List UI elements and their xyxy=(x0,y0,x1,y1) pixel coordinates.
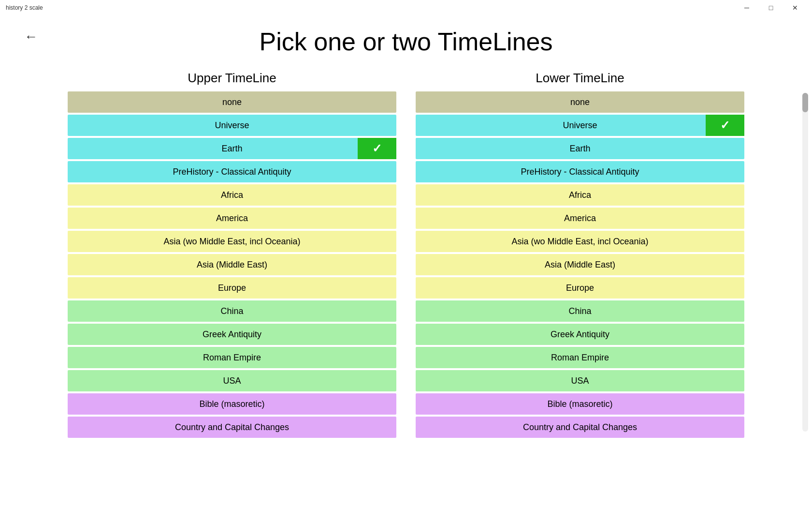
list-item-label: Greek Antiquity xyxy=(203,329,261,340)
lower-timeline-list: noneUniverse✓EarthPreHistory - Classical… xyxy=(416,91,744,438)
main-content: ← Pick one or two TimeLines Upper TimeLi… xyxy=(0,15,812,448)
list-item-label: America xyxy=(564,213,596,224)
list-item[interactable]: Europe xyxy=(68,277,396,299)
list-item[interactable]: Africa xyxy=(68,184,396,206)
list-item[interactable]: Universe xyxy=(68,115,396,136)
list-item[interactable]: America xyxy=(68,208,396,229)
list-item-label: Europe xyxy=(566,283,594,293)
list-item-label: PreHistory - Classical Antiquity xyxy=(173,167,291,177)
list-item[interactable]: none xyxy=(68,91,396,113)
list-item[interactable]: Bible (masoretic) xyxy=(68,393,396,415)
list-item-label: Africa xyxy=(569,190,591,200)
title-bar: history 2 scale ─ □ ✕ xyxy=(0,0,812,15)
list-item-label: Roman Empire xyxy=(551,353,609,363)
list-item[interactable]: Bible (masoretic) xyxy=(416,393,744,415)
list-item-label: Roman Empire xyxy=(203,353,261,363)
list-item-label: Greek Antiquity xyxy=(551,329,609,340)
list-item-label: Europe xyxy=(218,283,246,293)
list-item[interactable]: USA xyxy=(416,370,744,391)
list-item[interactable]: Europe xyxy=(416,277,744,299)
upper-timeline-header: Upper TimeLine xyxy=(68,71,396,86)
list-item-label: Country and Capital Changes xyxy=(175,422,289,433)
list-item[interactable]: Roman Empire xyxy=(416,347,744,368)
list-item[interactable]: none xyxy=(416,91,744,113)
list-item-label: none xyxy=(570,97,590,107)
list-item[interactable]: China xyxy=(416,300,744,322)
close-button[interactable]: ✕ xyxy=(784,0,806,15)
list-item-label: Bible (masoretic) xyxy=(199,399,264,409)
list-item-label: Asia (wo Middle East, incl Oceania) xyxy=(511,237,648,247)
list-item-label: Universe xyxy=(215,120,249,131)
list-item[interactable]: Roman Empire xyxy=(68,347,396,368)
list-item[interactable]: PreHistory - Classical Antiquity xyxy=(68,161,396,182)
list-item-label: China xyxy=(568,306,591,316)
list-item-label: America xyxy=(216,213,248,224)
list-item[interactable]: Universe✓ xyxy=(416,115,744,136)
list-item[interactable]: Earth✓ xyxy=(68,138,396,159)
list-item-label: Africa xyxy=(221,190,243,200)
list-item-label: Earth xyxy=(569,144,590,154)
page-title: Pick one or two TimeLines xyxy=(19,15,793,71)
list-item-label: USA xyxy=(223,376,241,386)
columns-container: Upper TimeLine noneUniverseEarth✓PreHist… xyxy=(19,71,793,438)
app-title: history 2 scale xyxy=(6,4,43,11)
lower-timeline-header: Lower TimeLine xyxy=(416,71,744,86)
upper-timeline-column: Upper TimeLine noneUniverseEarth✓PreHist… xyxy=(68,71,396,438)
list-item[interactable]: Asia (wo Middle East, incl Oceania) xyxy=(68,231,396,252)
list-item-label: Country and Capital Changes xyxy=(523,422,637,433)
back-button[interactable]: ← xyxy=(19,25,43,48)
list-item[interactable]: Earth xyxy=(416,138,744,159)
list-item[interactable]: USA xyxy=(68,370,396,391)
list-item-label: China xyxy=(220,306,243,316)
list-item[interactable]: Asia (Middle East) xyxy=(68,254,396,275)
list-item[interactable]: Country and Capital Changes xyxy=(416,417,744,438)
scrollbar-track[interactable] xyxy=(802,93,808,432)
list-item-label: Asia (Middle East) xyxy=(197,260,267,270)
list-item-label: PreHistory - Classical Antiquity xyxy=(521,167,639,177)
list-item-label: Asia (wo Middle East, incl Oceania) xyxy=(163,237,300,247)
list-item[interactable]: Asia (Middle East) xyxy=(416,254,744,275)
list-item[interactable]: Asia (wo Middle East, incl Oceania) xyxy=(416,231,744,252)
list-item-label: Universe xyxy=(563,120,597,131)
scrollbar-thumb[interactable] xyxy=(802,93,808,112)
list-item-label: Earth xyxy=(221,144,242,154)
minimize-button[interactable]: ─ xyxy=(736,0,758,15)
list-item[interactable]: Africa xyxy=(416,184,744,206)
upper-timeline-list: noneUniverseEarth✓PreHistory - Classical… xyxy=(68,91,396,438)
list-item[interactable]: America xyxy=(416,208,744,229)
check-badge: ✓ xyxy=(358,138,396,159)
lower-timeline-column: Lower TimeLine noneUniverse✓EarthPreHist… xyxy=(416,71,744,438)
list-item-label: USA xyxy=(571,376,589,386)
list-item[interactable]: Country and Capital Changes xyxy=(68,417,396,438)
list-item-label: none xyxy=(222,97,242,107)
check-badge: ✓ xyxy=(706,115,744,136)
list-item-label: Asia (Middle East) xyxy=(545,260,615,270)
list-item[interactable]: Greek Antiquity xyxy=(416,324,744,345)
list-item[interactable]: PreHistory - Classical Antiquity xyxy=(416,161,744,182)
window-controls: ─ □ ✕ xyxy=(736,0,806,15)
list-item[interactable]: Greek Antiquity xyxy=(68,324,396,345)
maximize-button[interactable]: □ xyxy=(760,0,782,15)
list-item[interactable]: China xyxy=(68,300,396,322)
list-item-label: Bible (masoretic) xyxy=(547,399,612,409)
